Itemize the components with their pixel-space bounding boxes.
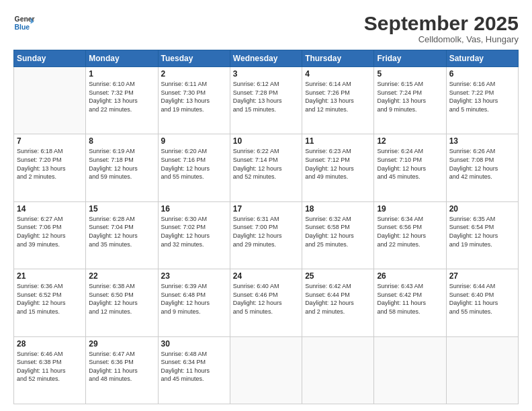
calendar-day-cell: 8Sunrise: 6:19 AM Sunset: 7:18 PM Daylig… <box>86 134 158 201</box>
calendar-table: SundayMondayTuesdayWednesdayThursdayFrid… <box>13 50 519 404</box>
day-number: 19 <box>377 204 443 214</box>
day-info: Sunrise: 6:46 AM Sunset: 6:38 PM Dayligh… <box>17 350 83 383</box>
day-info: Sunrise: 6:16 AM Sunset: 7:22 PM Dayligh… <box>449 80 515 113</box>
day-info: Sunrise: 6:20 AM Sunset: 7:16 PM Dayligh… <box>161 147 227 181</box>
day-number: 13 <box>449 136 515 146</box>
day-number: 15 <box>89 204 154 214</box>
day-info: Sunrise: 6:36 AM Sunset: 6:52 PM Dayligh… <box>17 282 83 316</box>
day-number: 7 <box>17 136 83 146</box>
day-info: Sunrise: 6:48 AM Sunset: 6:34 PM Dayligh… <box>161 350 227 383</box>
day-info: Sunrise: 6:28 AM Sunset: 7:04 PM Dayligh… <box>89 215 154 248</box>
logo: General Blue <box>13 12 35 34</box>
calendar-day-cell: 7Sunrise: 6:18 AM Sunset: 7:20 PM Daylig… <box>14 134 86 201</box>
day-number: 26 <box>377 271 443 281</box>
page: General Blue September 2025 Celldomolk, … <box>0 0 532 411</box>
calendar-day-cell: 25Sunrise: 6:42 AM Sunset: 6:44 PM Dayli… <box>302 269 374 336</box>
calendar-day-cell: 20Sunrise: 6:35 AM Sunset: 6:54 PM Dayli… <box>446 201 518 269</box>
day-info: Sunrise: 6:10 AM Sunset: 7:32 PM Dayligh… <box>89 80 154 113</box>
calendar-week-row: 28Sunrise: 6:46 AM Sunset: 6:38 PM Dayli… <box>14 336 519 404</box>
day-number: 2 <box>161 69 227 79</box>
day-number: 5 <box>377 69 443 79</box>
calendar-day-cell <box>302 336 374 404</box>
location-subtitle: Celldomolk, Vas, Hungary <box>364 34 519 44</box>
day-info: Sunrise: 6:44 AM Sunset: 6:40 PM Dayligh… <box>449 282 515 316</box>
calendar-day-cell <box>14 67 86 134</box>
calendar-day-cell: 14Sunrise: 6:27 AM Sunset: 7:06 PM Dayli… <box>14 201 86 269</box>
calendar-day-cell: 3Sunrise: 6:12 AM Sunset: 7:28 PM Daylig… <box>230 67 302 134</box>
day-info: Sunrise: 6:18 AM Sunset: 7:20 PM Dayligh… <box>17 147 83 181</box>
day-number: 22 <box>89 271 154 281</box>
day-info: Sunrise: 6:47 AM Sunset: 6:36 PM Dayligh… <box>89 350 154 383</box>
day-info: Sunrise: 6:19 AM Sunset: 7:18 PM Dayligh… <box>89 147 154 181</box>
day-number: 25 <box>305 271 371 281</box>
day-number: 9 <box>161 136 227 146</box>
calendar-day-cell: 2Sunrise: 6:11 AM Sunset: 7:30 PM Daylig… <box>158 67 230 134</box>
svg-text:Blue: Blue <box>15 24 30 31</box>
day-number: 3 <box>233 69 299 79</box>
calendar-day-cell: 19Sunrise: 6:34 AM Sunset: 6:56 PM Dayli… <box>374 201 446 269</box>
day-number: 23 <box>161 271 227 281</box>
day-number: 11 <box>305 136 371 146</box>
day-number: 10 <box>233 136 299 146</box>
calendar-day-cell: 13Sunrise: 6:26 AM Sunset: 7:08 PM Dayli… <box>446 134 518 201</box>
calendar-day-cell: 12Sunrise: 6:24 AM Sunset: 7:10 PM Dayli… <box>374 134 446 201</box>
day-info: Sunrise: 6:42 AM Sunset: 6:44 PM Dayligh… <box>305 282 371 316</box>
calendar-week-row: 21Sunrise: 6:36 AM Sunset: 6:52 PM Dayli… <box>14 269 519 336</box>
day-number: 17 <box>233 204 299 214</box>
calendar-day-cell: 10Sunrise: 6:22 AM Sunset: 7:14 PM Dayli… <box>230 134 302 201</box>
logo-icon: General Blue <box>13 12 35 34</box>
weekday-header-row: SundayMondayTuesdayWednesdayThursdayFrid… <box>14 50 519 67</box>
weekday-header-cell: Wednesday <box>230 50 302 67</box>
weekday-header-cell: Tuesday <box>158 50 230 67</box>
calendar-day-cell: 22Sunrise: 6:38 AM Sunset: 6:50 PM Dayli… <box>86 269 158 336</box>
day-info: Sunrise: 6:14 AM Sunset: 7:26 PM Dayligh… <box>305 80 371 113</box>
day-number: 24 <box>233 271 299 281</box>
header: General Blue September 2025 Celldomolk, … <box>13 12 519 44</box>
day-info: Sunrise: 6:11 AM Sunset: 7:30 PM Dayligh… <box>161 80 227 113</box>
day-info: Sunrise: 6:23 AM Sunset: 7:12 PM Dayligh… <box>305 147 371 181</box>
weekday-header-cell: Monday <box>86 50 158 67</box>
day-number: 28 <box>17 339 83 349</box>
calendar-day-cell <box>446 336 518 404</box>
calendar-day-cell: 15Sunrise: 6:28 AM Sunset: 7:04 PM Dayli… <box>86 201 158 269</box>
day-info: Sunrise: 6:22 AM Sunset: 7:14 PM Dayligh… <box>233 147 299 181</box>
weekday-header-cell: Sunday <box>14 50 86 67</box>
day-number: 21 <box>17 271 83 281</box>
weekday-header-cell: Saturday <box>446 50 518 67</box>
month-title: September 2025 <box>364 12 519 34</box>
weekday-header-cell: Friday <box>374 50 446 67</box>
day-info: Sunrise: 6:43 AM Sunset: 6:42 PM Dayligh… <box>377 282 443 316</box>
calendar-day-cell: 4Sunrise: 6:14 AM Sunset: 7:26 PM Daylig… <box>302 67 374 134</box>
calendar-day-cell: 24Sunrise: 6:40 AM Sunset: 6:46 PM Dayli… <box>230 269 302 336</box>
calendar-day-cell: 5Sunrise: 6:15 AM Sunset: 7:24 PM Daylig… <box>374 67 446 134</box>
title-block: September 2025 Celldomolk, Vas, Hungary <box>364 12 519 44</box>
day-info: Sunrise: 6:34 AM Sunset: 6:56 PM Dayligh… <box>377 215 443 248</box>
day-number: 27 <box>449 271 515 281</box>
day-info: Sunrise: 6:39 AM Sunset: 6:48 PM Dayligh… <box>161 282 227 316</box>
calendar-day-cell: 1Sunrise: 6:10 AM Sunset: 7:32 PM Daylig… <box>86 67 158 134</box>
day-info: Sunrise: 6:24 AM Sunset: 7:10 PM Dayligh… <box>377 147 443 181</box>
calendar-day-cell: 16Sunrise: 6:30 AM Sunset: 7:02 PM Dayli… <box>158 201 230 269</box>
day-info: Sunrise: 6:26 AM Sunset: 7:08 PM Dayligh… <box>449 147 515 181</box>
calendar-day-cell: 26Sunrise: 6:43 AM Sunset: 6:42 PM Dayli… <box>374 269 446 336</box>
weekday-header-cell: Thursday <box>302 50 374 67</box>
day-info: Sunrise: 6:30 AM Sunset: 7:02 PM Dayligh… <box>161 215 227 248</box>
day-info: Sunrise: 6:31 AM Sunset: 7:00 PM Dayligh… <box>233 215 299 248</box>
calendar-day-cell: 30Sunrise: 6:48 AM Sunset: 6:34 PM Dayli… <box>158 336 230 404</box>
calendar-day-cell: 17Sunrise: 6:31 AM Sunset: 7:00 PM Dayli… <box>230 201 302 269</box>
calendar-week-row: 7Sunrise: 6:18 AM Sunset: 7:20 PM Daylig… <box>14 134 519 201</box>
day-info: Sunrise: 6:40 AM Sunset: 6:46 PM Dayligh… <box>233 282 299 316</box>
calendar-week-row: 14Sunrise: 6:27 AM Sunset: 7:06 PM Dayli… <box>14 201 519 269</box>
calendar-day-cell <box>374 336 446 404</box>
day-number: 29 <box>89 339 154 349</box>
day-number: 20 <box>449 204 515 214</box>
day-number: 30 <box>161 339 227 349</box>
day-info: Sunrise: 6:12 AM Sunset: 7:28 PM Dayligh… <box>233 80 299 113</box>
day-number: 8 <box>89 136 154 146</box>
calendar-day-cell: 29Sunrise: 6:47 AM Sunset: 6:36 PM Dayli… <box>86 336 158 404</box>
day-number: 6 <box>449 69 515 79</box>
calendar-day-cell: 18Sunrise: 6:32 AM Sunset: 6:58 PM Dayli… <box>302 201 374 269</box>
day-number: 12 <box>377 136 443 146</box>
day-info: Sunrise: 6:27 AM Sunset: 7:06 PM Dayligh… <box>17 215 83 248</box>
day-info: Sunrise: 6:32 AM Sunset: 6:58 PM Dayligh… <box>305 215 371 248</box>
